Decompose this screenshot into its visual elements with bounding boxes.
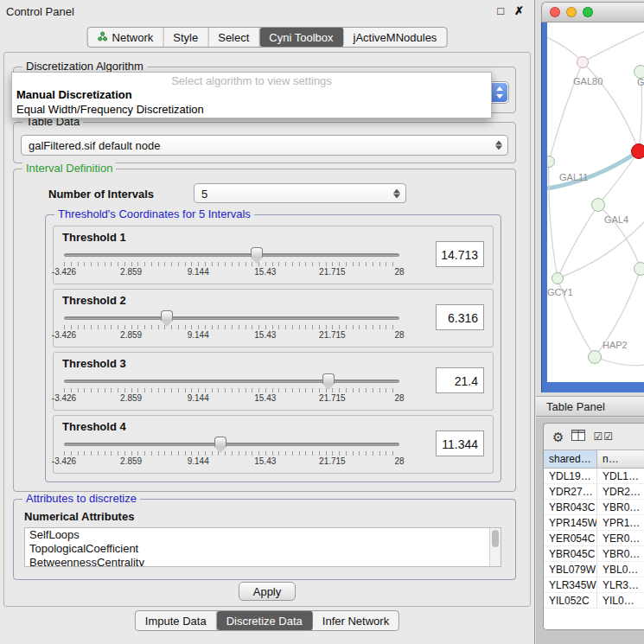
slider-handle[interactable]	[161, 310, 173, 321]
attribute-item-betweennesscentrality[interactable]: BetweennessCentrality	[25, 556, 501, 567]
slider-track[interactable]	[64, 443, 399, 446]
network-edge	[558, 205, 598, 278]
network-node-n6[interactable]	[634, 262, 644, 276]
table-row[interactable]: YPR145WYPR1…	[544, 515, 644, 531]
network-canvas[interactable]: GAL80GAGAL11GAL4GCY1HAP2	[547, 22, 644, 382]
num-intervals-combobox[interactable]: 5	[194, 183, 406, 203]
network-node-n3[interactable]	[631, 143, 644, 159]
slider-tick-labels: -3.4262.8599.14415.4321.71528	[64, 393, 399, 404]
table-panel-title: Table Panel	[546, 400, 605, 413]
table-data-selected-value: galFiltered.sif default node	[29, 139, 160, 152]
float-window-icon[interactable]: □	[497, 4, 504, 17]
tab-infer-network[interactable]: Infer Network	[313, 611, 399, 630]
slider-tick-labels: -3.4262.8599.14415.4321.71528	[64, 267, 399, 277]
threshold-slider[interactable]: -3.4262.8599.14415.4321.71528	[64, 310, 399, 343]
popup-hint-text: Select algorithm to view settings	[12, 73, 491, 87]
column-header-name[interactable]: n…	[597, 450, 644, 468]
threshold-panel-1: Threshold 1-3.4262.8599.14415.4321.71528…	[53, 226, 494, 284]
numerical-attributes-list[interactable]: SelfLoopsTopologicalCoefficientBetweenne…	[24, 527, 501, 567]
tick-label: -3.426	[52, 393, 76, 403]
table-panel-header[interactable]: Table Panel	[536, 396, 644, 417]
tick-label: 28	[394, 393, 404, 403]
node-label-gcy1: GCY1	[547, 287, 573, 297]
threshold-value-field[interactable]: 14.713	[436, 241, 484, 267]
tab-select[interactable]: Select	[208, 28, 259, 47]
threshold-value-field[interactable]: 6.316	[436, 304, 484, 330]
tab-cyni-toolbox[interactable]: Cyni Toolbox	[259, 28, 343, 47]
tick-label: 21.715	[319, 456, 346, 466]
table-row[interactable]: YDR27…YDR2…	[544, 484, 644, 500]
threshold-label: Threshold 3	[62, 357, 126, 370]
close-icon[interactable]: ✗	[514, 4, 524, 17]
network-node-n1[interactable]	[577, 56, 589, 68]
table-row[interactable]: YDL19…YDL1…	[544, 469, 644, 484]
node-table: ⚙ ☑☑ shared… n… YDL19…YDL1…YDR27…YDR2…YB…	[543, 423, 644, 630]
tab-label: Network	[112, 31, 154, 44]
tab-label: Infer Network	[322, 615, 389, 628]
network-node-n8[interactable]	[588, 350, 602, 364]
network-node-n7[interactable]	[552, 272, 564, 284]
tab-label: jActiveMNodules	[354, 31, 437, 44]
attribute-item-topologicalcoefficient[interactable]: TopologicalCoefficient	[25, 542, 501, 556]
attribute-items: SelfLoopsTopologicalCoefficientBetweenne…	[25, 528, 501, 567]
threshold-value-field[interactable]: 11.344	[436, 430, 484, 456]
table-row[interactable]: YLR345WYLR3…	[544, 577, 644, 593]
table-row[interactable]: YBR045CYBR0…	[544, 546, 644, 562]
threshold-slider[interactable]: -3.4262.8599.14415.4321.71528	[64, 247, 399, 280]
tab-jactivemnodules[interactable]: jActiveMNodules	[344, 28, 447, 47]
scrollbar-thumb[interactable]	[492, 530, 499, 547]
node-label-ga: GA	[637, 77, 644, 87]
network-edge	[549, 162, 558, 278]
table-row[interactable]: YER054CYER0…	[544, 531, 644, 546]
column-selector-icon[interactable]	[571, 429, 585, 444]
table-row[interactable]: YIL052CYIL0…	[544, 593, 644, 609]
slider-track[interactable]	[64, 253, 399, 257]
network-edge	[598, 151, 639, 205]
column-header-shared-name[interactable]: shared…	[544, 450, 597, 468]
threshold-label: Threshold 4	[62, 420, 126, 433]
algorithm-group-title: Discretization Algorithm	[22, 60, 147, 73]
tab-label: Select	[218, 31, 249, 44]
apply-button[interactable]: Apply	[239, 582, 296, 601]
network-node-n5[interactable]	[591, 198, 605, 212]
window-title: Control Panel	[6, 5, 74, 18]
settings-gear-icon[interactable]: ⚙	[552, 430, 564, 443]
tick-label: -3.426	[52, 456, 76, 466]
cell-shared-name: YDR27…	[544, 484, 597, 499]
select-rows-checkboxes-icon[interactable]: ☑☑	[593, 431, 614, 442]
slider-tick-marks	[64, 451, 399, 456]
algorithm-option-manual-discretization[interactable]: Manual Discretization	[12, 87, 491, 102]
slider-handle[interactable]	[214, 437, 226, 447]
algorithm-option-equal-width-frequency-discretization[interactable]: Equal Width/Frequency Discretization	[12, 102, 491, 117]
attribute-item-selfloops[interactable]: SelfLoops	[25, 528, 501, 542]
tick-label: 28	[394, 456, 404, 466]
table-row[interactable]: YBR043CYBR0…	[544, 500, 644, 515]
tab-impute-data[interactable]: Impute Data	[136, 611, 217, 630]
interval-definition-group: Interval Definition Number of Intervals …	[13, 169, 516, 492]
slider-handle[interactable]	[251, 247, 263, 258]
minimize-traffic-light[interactable]	[566, 7, 577, 17]
close-traffic-light[interactable]	[550, 7, 560, 17]
network-window-titlebar[interactable]	[541, 2, 644, 22]
threshold-panel-2: Threshold 2-3.4262.8599.14415.4321.71528…	[53, 289, 494, 348]
table-row[interactable]: YBL079WYBL0…	[544, 562, 644, 577]
tab-style[interactable]: Style	[163, 28, 208, 47]
cell-name: YBR0…	[597, 500, 644, 514]
algorithm-dropdown-popup: Select algorithm to view settings Manual…	[11, 72, 492, 118]
slider-tick-marks	[64, 325, 399, 329]
list-scrollbar[interactable]	[489, 528, 501, 566]
slider-track[interactable]	[64, 379, 399, 383]
tab-network[interactable]: Network	[88, 28, 164, 47]
slider-handle[interactable]	[322, 373, 335, 384]
threshold-slider[interactable]: -3.4262.8599.14415.4321.71528	[64, 373, 399, 406]
cell-shared-name: YBR043C	[544, 500, 597, 514]
tick-label: 9.144	[188, 330, 209, 340]
zoom-traffic-light[interactable]	[583, 7, 593, 17]
table-data-combobox[interactable]: galFiltered.sif default node	[21, 135, 508, 156]
threshold-value-field[interactable]: 21.4	[436, 367, 484, 393]
network-edge	[558, 221, 644, 278]
slider-track[interactable]	[64, 316, 399, 320]
tab-discretize-data[interactable]: Discretize Data	[217, 611, 313, 630]
cell-name: YDL1…	[597, 469, 644, 483]
threshold-slider[interactable]: -3.4262.8599.14415.4321.71528	[64, 437, 399, 469]
